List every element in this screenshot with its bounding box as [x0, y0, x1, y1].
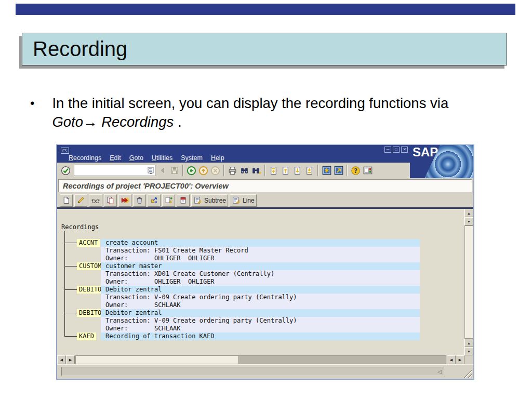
page-down-icon[interactable]: [291, 164, 303, 177]
last-page-icon[interactable]: [303, 164, 315, 177]
subtree-button[interactable]: Subtree: [191, 194, 228, 207]
status-message-field[interactable]: ◁: [61, 367, 444, 376]
menu-item-utilities[interactable]: Utilities: [152, 154, 172, 162]
slide-top-accent-bar: [16, 4, 515, 15]
menu-item-help[interactable]: Help: [211, 154, 224, 162]
tree-detail-row: Owner:SCHLAAK: [57, 301, 464, 309]
move-button[interactable]: [148, 194, 161, 207]
close-icon[interactable]: ✕: [401, 147, 408, 153]
create-button[interactable]: [60, 194, 73, 207]
node-label[interactable]: ACCNT: [77, 239, 100, 247]
copy-button[interactable]: [104, 194, 117, 207]
exit-icon[interactable]: [197, 164, 209, 177]
window-controls: ─ □ ✕: [384, 147, 408, 153]
command-field-wrap: [74, 165, 155, 176]
layout-menu-icon[interactable]: [362, 164, 374, 177]
menu-item-edit[interactable]: Edit: [110, 154, 121, 162]
tree-detail-row: Owner:SCHLAAK: [57, 325, 464, 332]
slide-title-box: Recording: [22, 33, 507, 65]
scroll-left-icon[interactable]: ◀: [447, 355, 456, 364]
scroll-right-icon[interactable]: ▶: [66, 355, 75, 364]
previous-icon[interactable]: [156, 164, 168, 177]
content-area: Recordings ACCNT create account Transact…: [57, 209, 473, 355]
line-button[interactable]: Line: [230, 194, 257, 207]
page-up-icon[interactable]: [280, 164, 291, 177]
menu-item-goto[interactable]: Goto: [129, 154, 143, 162]
bullet-menu-path: Goto→ Recordings: [52, 114, 174, 130]
command-list-icon[interactable]: [147, 166, 155, 175]
delete-button[interactable]: [133, 194, 146, 207]
scroll-down-icon[interactable]: ▼: [464, 217, 473, 225]
line-icon: [232, 196, 241, 205]
owner-label: Owner:: [105, 255, 154, 262]
vertical-scroll-thumb[interactable]: [464, 225, 473, 339]
find-icon[interactable]: [238, 164, 250, 177]
scroll-left-icon[interactable]: ◀: [57, 355, 66, 364]
insert-button[interactable]: [162, 194, 175, 207]
node-description: Debitor zentral: [105, 309, 162, 316]
owner-label: Owner:: [105, 325, 154, 332]
sap-logo: SAP: [413, 145, 438, 159]
help-icon[interactable]: ?: [350, 164, 362, 177]
recordings-tree: Recordings ACCNT create account Transact…: [57, 209, 464, 355]
execute-button[interactable]: [118, 194, 131, 207]
tree-node-row: DEBITOR_1 Debitor zentral: [57, 309, 464, 317]
bullet-line2-suffix: .: [174, 114, 181, 130]
tree-detail-row: Owner:OHLIGER OHLIGER: [57, 255, 464, 262]
transaction-value: V-09 Create ordering party (Centrally): [154, 294, 297, 301]
find-next-icon[interactable]: [250, 164, 262, 177]
window-header: ─ □ ✕ Recordings Edit Goto Utilities Sys…: [57, 145, 473, 178]
owner-value: OHLIGER OHLIGER: [154, 278, 215, 285]
menu-item-system[interactable]: System: [181, 154, 203, 162]
tree-root-label[interactable]: Recordings: [61, 223, 99, 231]
screen-title: Recordings of project 'PROJECT00': Overv…: [63, 182, 229, 190]
scroll-down-icon[interactable]: ▼: [464, 347, 473, 355]
transaction-label: Transaction:: [105, 294, 154, 301]
minimize-icon[interactable]: ─: [384, 147, 391, 153]
status-bar: ◁: [57, 364, 473, 379]
menu-bar: Recordings Edit Goto Utilities System He…: [69, 154, 224, 162]
create-shortcut-icon[interactable]: [332, 164, 344, 177]
new-session-icon[interactable]: [321, 164, 332, 177]
enter-icon[interactable]: [60, 164, 72, 177]
back-icon[interactable]: [185, 164, 197, 177]
svg-text:?: ?: [354, 167, 357, 174]
bullet-marker: •: [30, 94, 34, 131]
bullet-text: In the initial screen, you can display t…: [52, 94, 448, 131]
subtree-button-label: Subtree: [204, 197, 226, 204]
node-description: Recording of transaction KAFD: [105, 332, 215, 340]
tree-node-row: CUSTOMER customer master: [57, 262, 464, 270]
status-list-icon[interactable]: ◁: [437, 369, 442, 375]
tree-detail-row: Transaction:V-09 Create ordering party (…: [57, 317, 464, 325]
maximize-icon[interactable]: □: [393, 147, 400, 153]
system-menu-icon[interactable]: [61, 147, 69, 156]
toolbar-separator: [347, 165, 348, 176]
toolbar-separator: [264, 165, 265, 176]
scroll-right-icon[interactable]: ▶: [456, 355, 464, 364]
first-page-icon[interactable]: [268, 164, 280, 177]
transaction-value: XD01 Create Customer (Centrally): [154, 270, 274, 277]
standard-toolbar: ?: [57, 163, 410, 178]
owner-value: OHLIGER OHLIGER: [154, 255, 215, 262]
transaction-label: Transaction:: [105, 270, 154, 278]
horizontal-scroll-thumb[interactable]: [76, 356, 239, 364]
scroll-up-icon[interactable]: ▲: [464, 339, 473, 347]
node-label[interactable]: KAFD: [77, 332, 96, 340]
change-button[interactable]: [74, 194, 87, 207]
cancel-icon[interactable]: [209, 164, 221, 177]
sap-gui-window: ─ □ ✕ Recordings Edit Goto Utilities Sys…: [56, 144, 474, 380]
toolbar-separator: [223, 165, 224, 176]
print-icon[interactable]: [227, 164, 238, 177]
remove-button[interactable]: [177, 194, 190, 207]
scrollbar-corner: [464, 355, 473, 364]
resize-grip-icon[interactable]: [462, 368, 472, 378]
owner-value: SCHLAAK: [154, 325, 181, 332]
tree-node-row: ACCNT create account: [57, 239, 464, 247]
scroll-up-icon[interactable]: ▲: [464, 209, 473, 217]
menu-item-recordings[interactable]: Recordings: [69, 154, 101, 162]
line-button-label: Line: [243, 197, 255, 204]
display-button[interactable]: [89, 194, 102, 207]
save-icon[interactable]: [168, 164, 180, 177]
command-field[interactable]: [74, 166, 147, 175]
horizontal-scroll-track[interactable]: [75, 355, 446, 364]
